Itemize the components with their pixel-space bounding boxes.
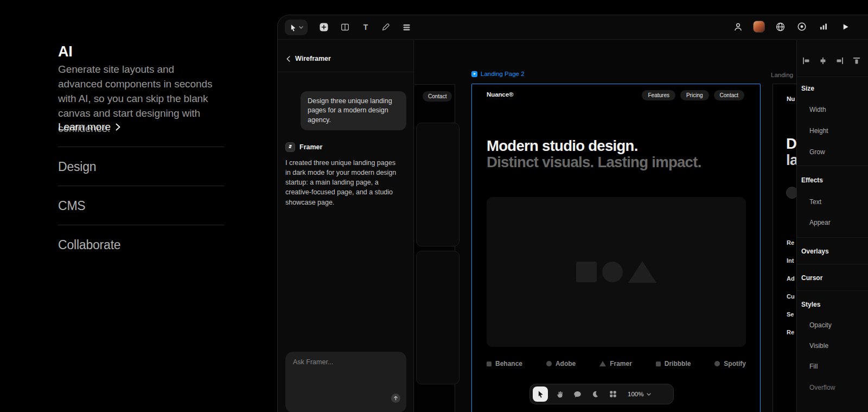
invite-user-button[interactable] <box>731 20 744 33</box>
play-icon <box>841 23 850 31</box>
hand-icon <box>556 390 564 398</box>
partner-behance: Behance <box>487 360 522 367</box>
hero-heading-line1: Modern studio design. <box>487 138 701 154</box>
partner-label: Behance <box>495 360 522 367</box>
panel-divider <box>797 237 868 238</box>
user-avatar[interactable] <box>753 21 765 33</box>
comment-bubble-icon <box>573 390 582 398</box>
assistant-header: Framer <box>285 142 322 152</box>
insert-button[interactable] <box>317 21 330 34</box>
send-button[interactable] <box>391 394 400 403</box>
panel-divider <box>797 77 868 77</box>
partner-logo-row: Behance Adobe Framer Dribbble Spotify <box>487 360 746 367</box>
apps-grid-button[interactable] <box>607 388 620 401</box>
frame-landing-page-2[interactable]: Nuance® Features Pricing Contact Modern … <box>471 84 761 412</box>
chevron-right-icon <box>116 123 120 131</box>
analytics-button[interactable] <box>817 20 830 33</box>
assistant-name: Framer <box>299 143 322 151</box>
page-icon <box>471 71 477 77</box>
app-toolbar: T <box>278 15 868 40</box>
row-height: Height <box>809 127 828 135</box>
user-prompt-text: Design three unique landing pages for a … <box>308 97 392 124</box>
framer-logo-icon <box>285 142 295 152</box>
insert-plus-icon <box>320 23 328 31</box>
chevron-down-icon <box>299 26 303 29</box>
heading-fragment-line1: D <box>786 136 796 152</box>
marketing-item-cms[interactable]: CMS <box>58 186 224 225</box>
canvas[interactable]: Contact Landing Page 2 Nuance® Features <box>414 40 796 412</box>
target-icon <box>797 22 807 31</box>
nav-pill-features[interactable]: Features <box>642 90 675 100</box>
marketing-item-collaborate[interactable]: Collaborate <box>58 225 224 264</box>
record-target-button[interactable] <box>795 20 808 33</box>
text-tool-icon: T <box>363 23 368 31</box>
chevron-down-icon <box>647 393 651 396</box>
pen-tool-button[interactable] <box>379 21 392 34</box>
frame-label-landing-page-2[interactable]: Landing Page 2 <box>471 71 525 77</box>
panel-divider <box>797 264 868 264</box>
site-logo-fragment: Nu <box>787 96 795 102</box>
screenshot-root: AI Generate site layouts and advanced co… <box>0 0 868 412</box>
layout-columns-icon <box>341 23 349 31</box>
publish-globe-button[interactable] <box>774 20 787 33</box>
wireframer-back-button[interactable]: Wireframer <box>286 55 331 62</box>
marketing-item-design[interactable]: Design <box>58 147 224 186</box>
frame-label-landing-page-3[interactable]: Landing <box>771 72 793 78</box>
row-text: Text <box>809 198 821 206</box>
wireframe-card[interactable] <box>416 123 459 246</box>
bar-chart-icon <box>819 22 828 31</box>
hand-tool-button[interactable] <box>553 388 566 401</box>
nav-pill-pricing[interactable]: Pricing <box>680 90 709 100</box>
learn-more-label: Learn more <box>58 121 111 133</box>
avatar-circle <box>786 187 796 199</box>
align-right-button[interactable] <box>835 56 845 66</box>
select-tool-button[interactable] <box>533 386 548 402</box>
page-title: AI <box>58 43 72 60</box>
align-top-icon <box>852 56 861 65</box>
list-fragments: Re Int Ad Cu Se Re <box>787 240 795 335</box>
site-nav: Features Pricing Contact <box>642 90 744 100</box>
align-left-button[interactable] <box>801 56 811 66</box>
partner-adobe: Adobe <box>546 360 576 367</box>
arrow-up-icon <box>393 396 398 401</box>
user-chat-bubble: Design three unique landing pages for a … <box>301 91 406 130</box>
frame-label-text: Landing Page 2 <box>481 71 525 77</box>
cms-stack-button[interactable] <box>400 21 413 34</box>
learn-more-link[interactable]: Learn more <box>58 121 120 133</box>
framer-app-window: T <box>277 15 868 412</box>
nav-pill-contact[interactable]: Contact <box>714 90 744 100</box>
preview-play-button[interactable] <box>839 20 852 33</box>
cursor-tool-button[interactable] <box>285 20 308 35</box>
wireframe-card[interactable] <box>416 251 459 384</box>
app-body: Wireframer Design three unique landing p… <box>278 40 868 412</box>
align-top-button[interactable] <box>852 56 861 66</box>
frame-landing-page-1[interactable]: Contact <box>414 84 455 412</box>
partner-label: Framer <box>610 360 632 367</box>
list-fragment: Ad <box>787 276 795 282</box>
cms-stack-icon <box>403 23 411 31</box>
frame-landing-page-3[interactable]: Nu D la Re Int Ad Cu Se Re <box>773 84 796 412</box>
layout-button[interactable] <box>339 21 352 34</box>
wireframer-title: Wireframer <box>295 55 331 62</box>
partner-label: Spotify <box>724 360 746 367</box>
list-fragment: Se <box>787 312 795 318</box>
row-grow: Grow <box>809 148 825 156</box>
section-size: Size <box>801 85 814 92</box>
contact-pill[interactable]: Contact <box>423 91 452 102</box>
section-styles: Styles <box>801 301 820 308</box>
user-icon <box>733 22 743 31</box>
text-tool-button[interactable]: T <box>359 21 372 34</box>
marketing-item-label: Design <box>58 160 96 174</box>
chat-input[interactable] <box>285 352 406 395</box>
list-fragment: Re <box>787 329 795 335</box>
align-center-horizontal-button[interactable] <box>818 56 828 66</box>
list-fragment: Int <box>787 258 795 264</box>
hero-media-panel[interactable] <box>487 197 746 347</box>
site-logo[interactable]: Nuance® <box>487 91 513 98</box>
dark-mode-button[interactable] <box>589 388 602 401</box>
row-overflow: Overflow <box>809 384 835 391</box>
square-shape <box>576 262 597 282</box>
comments-button[interactable] <box>571 388 584 401</box>
zoom-dropdown[interactable]: 100% <box>624 391 654 397</box>
triangle-logo-icon <box>599 361 606 366</box>
